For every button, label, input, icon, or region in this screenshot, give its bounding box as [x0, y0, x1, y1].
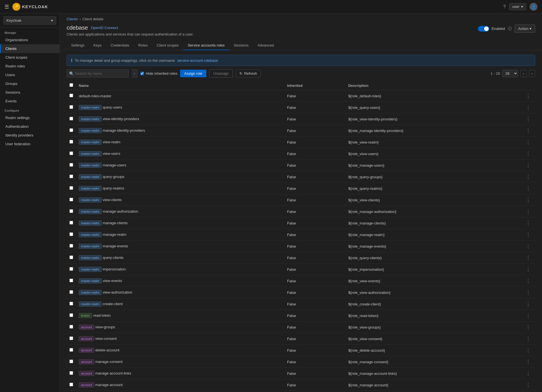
- row-menu-button[interactable]: ⋮: [524, 370, 532, 377]
- tab-credentials[interactable]: Credentials: [106, 41, 134, 50]
- row-checkbox[interactable]: [69, 209, 73, 213]
- row-menu-button[interactable]: ⋮: [524, 358, 532, 365]
- action-button[interactable]: Action ▾: [515, 25, 535, 33]
- assign-role-button[interactable]: Assign role: [180, 70, 206, 77]
- row-menu-button[interactable]: ⋮: [524, 104, 532, 111]
- row-checkbox[interactable]: [69, 128, 73, 132]
- row-menu-button[interactable]: ⋮: [524, 92, 532, 100]
- row-checkbox[interactable]: [69, 151, 73, 155]
- next-page-button[interactable]: ›: [529, 70, 535, 77]
- row-description: ${role_view-authorization}: [346, 287, 521, 298]
- row-checkbox[interactable]: [69, 94, 73, 97]
- sidebar-item-users[interactable]: Users: [0, 71, 60, 79]
- row-menu-button[interactable]: ⋮: [524, 196, 532, 204]
- row-checkbox[interactable]: [69, 279, 73, 282]
- row-menu-button[interactable]: ⋮: [524, 381, 532, 389]
- row-checkbox[interactable]: [69, 175, 73, 178]
- tab-client-scopes[interactable]: Client scopes: [152, 41, 183, 50]
- sidebar-item-user-federation[interactable]: User federation: [0, 140, 60, 148]
- tab-sessions[interactable]: Sessions: [229, 41, 253, 50]
- sidebar-item-clients[interactable]: Clients: [0, 44, 60, 53]
- row-checkbox[interactable]: [69, 244, 73, 248]
- row-menu-button[interactable]: ⋮: [524, 254, 532, 261]
- tab-advanced[interactable]: Advanced: [253, 41, 278, 50]
- row-checkbox[interactable]: [69, 267, 73, 271]
- row-menu-button[interactable]: ⋮: [524, 312, 532, 319]
- tab-keys[interactable]: Keys: [89, 41, 106, 50]
- service-account-link[interactable]: service-account-cdebase: [177, 58, 218, 63]
- row-checkbox[interactable]: [69, 221, 73, 224]
- row-checkbox[interactable]: [69, 163, 73, 167]
- row-menu-button[interactable]: ⋮: [524, 138, 532, 146]
- sidebar-item-client-scopes[interactable]: Client scopes: [0, 53, 60, 62]
- row-checkbox[interactable]: [69, 105, 73, 109]
- row-menu-button[interactable]: ⋮: [524, 150, 532, 157]
- sidebar-item-events[interactable]: Events: [0, 97, 60, 105]
- row-checkbox[interactable]: [69, 198, 73, 201]
- page-size-select[interactable]: 28 50 100: [502, 70, 518, 77]
- row-menu-button[interactable]: ⋮: [524, 162, 532, 169]
- sidebar-item-realm-roles[interactable]: Realm roles: [0, 62, 60, 71]
- toggle-track[interactable]: [478, 26, 489, 32]
- row-name-cell: brokerread-token: [76, 310, 284, 321]
- hide-inherited-label[interactable]: Hide inherited roles: [140, 71, 177, 76]
- row-menu-button[interactable]: ⋮: [524, 266, 532, 273]
- row-checkbox[interactable]: [69, 348, 73, 352]
- row-menu-button[interactable]: ⋮: [524, 185, 532, 192]
- table-row: accountview-groupsFalse${role_view-group…: [67, 321, 535, 333]
- tab-service-accounts-roles[interactable]: Service accounts roles: [183, 41, 229, 50]
- table-row: master-realmquery-groupsFalse${role_quer…: [67, 171, 535, 183]
- search-go-button[interactable]: ›: [132, 69, 137, 78]
- row-checkbox[interactable]: [69, 325, 73, 329]
- refresh-button[interactable]: ↻ Refresh: [236, 69, 261, 78]
- row-menu-button[interactable]: ⋮: [524, 127, 532, 134]
- row-checkbox[interactable]: [69, 256, 73, 259]
- tab-settings[interactable]: Settings: [67, 41, 89, 50]
- row-menu-button[interactable]: ⋮: [524, 323, 532, 331]
- sidebar-item-sessions[interactable]: Sessions: [0, 88, 60, 97]
- row-checkbox[interactable]: [69, 336, 73, 340]
- row-checkbox[interactable]: [69, 140, 73, 144]
- enabled-toggle[interactable]: Enabled: [478, 26, 505, 32]
- row-checkbox[interactable]: [69, 360, 73, 363]
- tab-roles[interactable]: Roles: [134, 41, 152, 50]
- sidebar-item-authentication[interactable]: Authentication: [0, 122, 60, 131]
- user-menu-button[interactable]: user ▾: [509, 3, 526, 10]
- row-checkbox[interactable]: [69, 302, 73, 305]
- row-menu-button[interactable]: ⋮: [524, 277, 532, 285]
- row-checkbox[interactable]: [69, 383, 73, 386]
- help-icon[interactable]: ?: [503, 4, 506, 9]
- row-menu-button[interactable]: ⋮: [524, 243, 532, 250]
- unassign-button[interactable]: Unassign: [209, 69, 233, 78]
- sidebar-item-organizations[interactable]: Organizations: [0, 36, 60, 44]
- row-checkbox[interactable]: [69, 313, 73, 317]
- avatar[interactable]: 👤: [530, 3, 537, 11]
- breadcrumb-clients-link[interactable]: Clients: [67, 17, 78, 21]
- header-info-icon[interactable]: ⓘ: [508, 26, 512, 31]
- row-name-cell: master-realmquery-realms: [76, 183, 284, 194]
- row-menu-button[interactable]: ⋮: [524, 335, 532, 342]
- hamburger-menu[interactable]: ☰: [5, 4, 9, 10]
- hide-inherited-checkbox[interactable]: [140, 72, 144, 75]
- sidebar-item-groups[interactable]: Groups: [0, 79, 60, 88]
- search-input[interactable]: [74, 70, 126, 77]
- row-menu-button[interactable]: ⋮: [524, 173, 532, 180]
- row-menu-button[interactable]: ⋮: [524, 115, 532, 123]
- row-menu-button[interactable]: ⋮: [524, 231, 532, 238]
- row-menu-button[interactable]: ⋮: [524, 347, 532, 354]
- select-all-checkbox[interactable]: [69, 83, 73, 87]
- realm-selector[interactable]: Keycloak ▾: [0, 14, 60, 28]
- realm-dropdown[interactable]: Keycloak ▾: [3, 16, 56, 25]
- prev-page-button[interactable]: ‹: [520, 70, 526, 77]
- row-checkbox[interactable]: [69, 290, 73, 294]
- row-checkbox[interactable]: [69, 117, 73, 120]
- row-checkbox[interactable]: [69, 232, 73, 236]
- row-menu-button[interactable]: ⋮: [524, 208, 532, 215]
- sidebar-item-realm-settings[interactable]: Realm settings: [0, 113, 60, 122]
- row-menu-button[interactable]: ⋮: [524, 219, 532, 227]
- row-menu-button[interactable]: ⋮: [524, 300, 532, 308]
- sidebar-item-identity-providers[interactable]: Identity providers: [0, 131, 60, 140]
- row-menu-button[interactable]: ⋮: [524, 289, 532, 296]
- row-checkbox[interactable]: [69, 371, 73, 375]
- row-checkbox[interactable]: [69, 186, 73, 190]
